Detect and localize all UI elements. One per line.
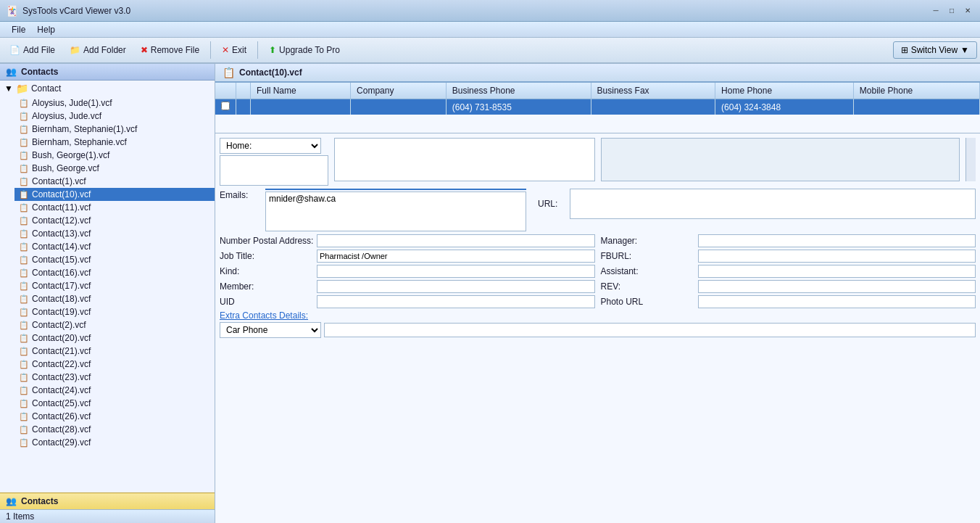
uid-label: UID bbox=[220, 297, 314, 307]
rev-input[interactable] bbox=[698, 280, 976, 293]
tree-item[interactable]: 📋 Contact(14).vcf bbox=[14, 240, 215, 253]
assistant-input[interactable] bbox=[698, 265, 976, 278]
email-value: mnider@shaw.ca bbox=[269, 194, 523, 204]
left-panel: 👥 Contacts ▼ 📁 Contact 📋 Aloysius, Jude(… bbox=[0, 64, 215, 523]
vcf-icon: 📋 bbox=[19, 281, 29, 291]
tree-item[interactable]: 📋 Contact(17).vcf bbox=[14, 279, 215, 292]
tree-item[interactable]: 📋 Contact(13).vcf bbox=[14, 227, 215, 240]
vcf-icon: 📋 bbox=[19, 203, 29, 213]
url-input[interactable] bbox=[570, 189, 976, 219]
tree-item[interactable]: 📋 Contact(23).vcf bbox=[14, 371, 215, 384]
tree-item[interactable]: 📋 Contact(12).vcf bbox=[14, 214, 215, 227]
tree-item[interactable]: 📋 Contact(28).vcf bbox=[14, 423, 215, 436]
contact-table: Full Name Company Business Phone Busines… bbox=[215, 83, 980, 115]
photo-url-row: Photo URL bbox=[601, 295, 976, 308]
manager-row: Manager: bbox=[601, 234, 976, 247]
close-button[interactable]: ✕ bbox=[961, 4, 974, 17]
job-title-row: Job Title: bbox=[220, 250, 595, 263]
tree-item[interactable]: 📋 Contact(1).vcf bbox=[14, 175, 215, 188]
tree-item[interactable]: 📋 Bush, George.vcf bbox=[14, 162, 215, 175]
manager-input[interactable] bbox=[698, 234, 976, 247]
tree-item[interactable]: 📋 Contact(19).vcf bbox=[14, 305, 215, 318]
add-folder-button[interactable]: 📁 Add Folder bbox=[63, 42, 133, 58]
td-bphone: (604) 731-8535 bbox=[446, 99, 591, 115]
car-phone-dropdown[interactable]: Car Phone Work Home Mobile Fax bbox=[220, 322, 321, 338]
exit-button[interactable]: ✕ Exit bbox=[215, 42, 253, 58]
menu-help[interactable]: Help bbox=[31, 23, 61, 36]
tree-item[interactable]: 📋 Contact(24).vcf bbox=[14, 384, 215, 397]
upgrade-button[interactable]: ⬆ Upgrade To Pro bbox=[262, 42, 346, 58]
home-dropdown[interactable]: Home: Work: Other: bbox=[220, 138, 321, 154]
tree-item[interactable]: 📋 Biernham, Stephanie.vcf bbox=[14, 136, 215, 149]
vcf-icon: 📋 bbox=[19, 347, 29, 356]
th-bfax: Business Fax bbox=[591, 83, 715, 99]
vcf-icon: 📋 bbox=[19, 412, 29, 421]
number-postal-input[interactable] bbox=[317, 234, 595, 247]
td-checkbox[interactable] bbox=[215, 99, 236, 115]
tree-item[interactable]: 📋 Aloysius, Jude.vcf bbox=[14, 110, 215, 123]
td-hphone: (604) 324-3848 bbox=[715, 99, 854, 115]
fburl-input[interactable] bbox=[698, 250, 976, 263]
vcf-icon: 📋 bbox=[19, 190, 29, 199]
job-title-input[interactable] bbox=[317, 250, 595, 263]
switch-view-icon: ⊞ bbox=[901, 45, 908, 55]
tree-item[interactable]: 📋 Contact(11).vcf bbox=[14, 201, 215, 214]
tree-item[interactable]: 📋 Contact(20).vcf bbox=[14, 331, 215, 345]
title-bar: 🃏 SysTools vCard Viewer v3.0 ─ □ ✕ bbox=[0, 0, 980, 22]
vcf-icon: 📋 bbox=[19, 321, 29, 330]
main-layout: 👥 Contacts ▼ 📁 Contact 📋 Aloysius, Jude(… bbox=[0, 64, 980, 523]
address-textarea[interactable] bbox=[220, 155, 328, 186]
th-bphone: Business Phone bbox=[446, 83, 591, 99]
assistant-row: Assistant: bbox=[601, 265, 976, 278]
td-flag bbox=[236, 99, 251, 115]
vcf-icon: 📋 bbox=[19, 177, 29, 186]
car-phone-input[interactable] bbox=[324, 323, 976, 337]
switch-view-button[interactable]: ⊞ Switch View ▼ bbox=[893, 41, 977, 59]
address-detail-textarea[interactable] bbox=[334, 138, 595, 181]
vcf-icon: 📋 bbox=[19, 99, 29, 108]
contact-table-area: Full Name Company Business Phone Busines… bbox=[215, 83, 980, 133]
minimize-button[interactable]: ─ bbox=[929, 4, 942, 17]
maximize-button[interactable]: □ bbox=[945, 4, 958, 17]
td-company bbox=[351, 99, 447, 115]
emails-list[interactable]: mnider@shaw.ca bbox=[265, 192, 526, 231]
tree-item-selected[interactable]: 📋 Contact(10).vcf bbox=[14, 188, 215, 201]
bottom-contacts-tab[interactable]: 👥 Contacts bbox=[0, 493, 215, 509]
td-bfax bbox=[591, 99, 715, 115]
tree-item[interactable]: 📋 Contact(2).vcf bbox=[14, 318, 215, 331]
file-header-icon: 📋 bbox=[223, 67, 235, 78]
th-mphone: Mobile Phone bbox=[853, 83, 979, 99]
kind-input[interactable] bbox=[317, 265, 595, 278]
vcf-icon: 📋 bbox=[19, 360, 29, 369]
tree-item[interactable]: 📋 Contact(29).vcf bbox=[14, 436, 215, 449]
tree-item[interactable]: 📋 Biernham, Stephanie(1).vcf bbox=[14, 123, 215, 136]
add-file-button[interactable]: 📄 Add File bbox=[3, 42, 62, 58]
remove-file-button[interactable]: ✖ Remove File bbox=[134, 42, 206, 58]
uid-input[interactable] bbox=[317, 295, 595, 308]
tree-view[interactable]: ▼ 📁 Contact 📋 Aloysius, Jude(1).vcf 📋 Al… bbox=[0, 81, 215, 493]
photo-url-input[interactable] bbox=[698, 295, 976, 308]
tree-item[interactable]: 📋 Contact(21).vcf bbox=[14, 345, 215, 358]
th-flag bbox=[236, 83, 251, 99]
tree-children: 📋 Aloysius, Jude(1).vcf 📋 Aloysius, Jude… bbox=[0, 96, 215, 449]
tree-item[interactable]: 📋 Aloysius, Jude(1).vcf bbox=[14, 96, 215, 110]
tree-item[interactable]: 📋 Contact(15).vcf bbox=[14, 253, 215, 266]
right-address-area bbox=[601, 138, 960, 181]
vcf-icon: 📋 bbox=[19, 229, 29, 239]
tree-item[interactable]: 📋 Contact(25).vcf bbox=[14, 397, 215, 410]
member-label: Member: bbox=[220, 281, 314, 292]
tree-item[interactable]: 📋 Contact(18).vcf bbox=[14, 292, 215, 305]
menu-file[interactable]: File bbox=[6, 23, 31, 36]
tree-item[interactable]: 📋 Bush, George(1).vcf bbox=[14, 149, 215, 162]
tree-root[interactable]: ▼ 📁 Contact bbox=[0, 81, 215, 96]
vcf-icon: 📋 bbox=[19, 386, 29, 395]
vcf-icon: 📋 bbox=[19, 138, 29, 147]
tree-item[interactable]: 📋 Contact(22).vcf bbox=[14, 358, 215, 371]
contacts-header: 👥 Contacts bbox=[0, 64, 215, 81]
contacts-header-icon: 👥 bbox=[6, 67, 17, 77]
table-row[interactable]: (604) 731-8535 (604) 324-3848 bbox=[215, 99, 980, 115]
tree-item[interactable]: 📋 Contact(16).vcf bbox=[14, 266, 215, 279]
tree-item[interactable]: 📋 Contact(26).vcf bbox=[14, 410, 215, 423]
number-postal-address-row: Number Postal Address: bbox=[220, 234, 595, 247]
member-input[interactable] bbox=[317, 280, 595, 293]
